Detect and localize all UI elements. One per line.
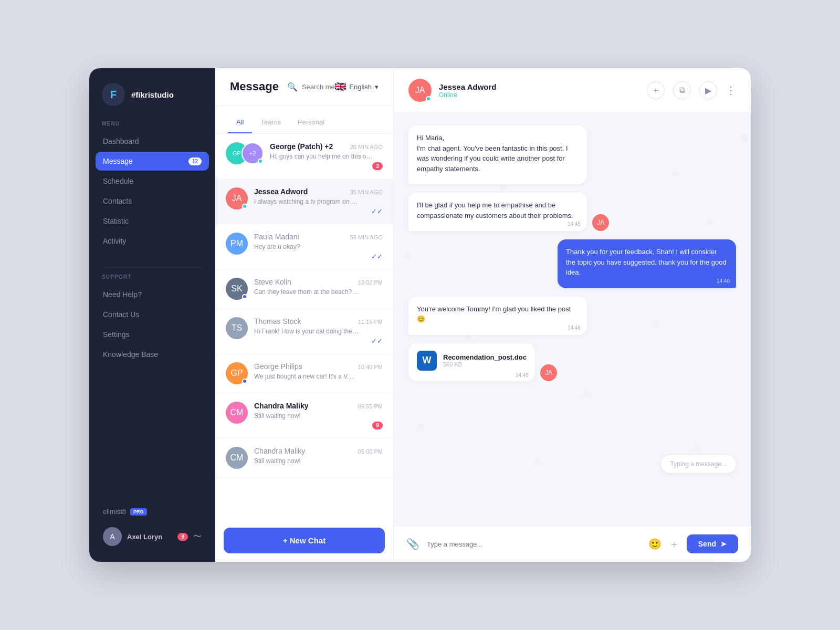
message-badge: 12	[188, 158, 202, 165]
sidebar-item-label: Settings	[103, 330, 130, 339]
avatar: CM	[226, 447, 248, 469]
file-name: Recomendation_post.doc	[443, 353, 527, 361]
conversation-item[interactable]: GP +2 George (Patch) +2 20 MIN AGO Hi, g…	[215, 134, 393, 179]
tab-personal[interactable]: Personal	[289, 112, 333, 133]
conv-time: 05:00 PM	[358, 448, 383, 455]
sidebar-item-settings[interactable]: Settings	[96, 325, 209, 344]
language-selector[interactable]: 🇬🇧 English ▾	[334, 81, 379, 92]
message-bubble: I'll be glad if you help me to empathise…	[408, 193, 587, 231]
sidebar-item-dashboard[interactable]: Dashboard	[96, 132, 209, 151]
unread-badge: 3	[372, 162, 383, 170]
conv-preview: Still waiting now!	[254, 457, 359, 465]
message-bubble: Hi Maria,I'm chat agent. You've been fan…	[408, 125, 587, 184]
message-item: W Recomendation_post.doc 560 KB 14:48 JA	[408, 343, 736, 381]
svg-marker-17	[582, 388, 590, 396]
brand: F #fikristudio	[89, 83, 215, 121]
bottom-brand: elimistö PRO	[96, 508, 209, 522]
conv-bottom: ✓✓	[254, 253, 383, 260]
message-text: I'll be glad if you help me to empathise…	[417, 201, 573, 219]
flag-icon: 🇬🇧	[334, 81, 346, 92]
sidebar-item-contact-us[interactable]: Contact Us	[96, 305, 209, 324]
conv-top: Chandra Maliky 09:55 PM	[254, 402, 383, 410]
more-options-icon[interactable]: ⋮	[726, 84, 736, 97]
menu-label: MENU	[89, 121, 215, 132]
chevron-down-icon: ▾	[375, 83, 379, 91]
conv-top: George Philips 10:40 PM	[254, 362, 383, 371]
conv-name: Chandra Maliky	[254, 402, 308, 410]
sidebar-item-activity[interactable]: Activity	[96, 232, 209, 250]
conversation-item[interactable]: PM Paula Madani 56 MIN AGO Hey are u oka…	[215, 224, 393, 269]
conversation-item[interactable]: TS Thomas Stock 11:15 PM Hi Frank! How i…	[215, 309, 393, 354]
conv-time: 20 MIN AGO	[350, 144, 383, 150]
conv-name: Jessea Adword	[254, 187, 308, 196]
conversation-item[interactable]: CM Chandra Maliky 09:55 PM Still waiting…	[215, 393, 393, 438]
avatar: PM	[226, 233, 248, 255]
search-input[interactable]	[302, 83, 334, 91]
file-size: 560 KB	[443, 361, 527, 368]
chat-header-info: Jessea Adword Online	[439, 82, 639, 99]
conversation-item[interactable]: CM Chandra Maliky 05:00 PM Still waiting…	[215, 438, 393, 478]
brand-name: #fikristudio	[131, 90, 174, 99]
conv-top: Jessea Adword 35 MIN AGO	[254, 187, 383, 196]
svg-marker-15	[534, 457, 542, 465]
send-button[interactable]: Send ➤	[687, 534, 738, 553]
sidebar-item-knowledge-base[interactable]: Knowledge Base	[96, 345, 209, 364]
sidebar-item-schedule[interactable]: Schedule	[96, 172, 209, 191]
conv-bottom: ✓✓	[254, 207, 383, 215]
top-bar: Message 🔍 🇬🇧 English ▾	[215, 68, 393, 106]
tab-all[interactable]: All	[228, 112, 252, 133]
sidebar-item-statistic[interactable]: Statistic	[96, 212, 209, 230]
chat-contact-status: Online	[439, 91, 639, 99]
avatar-wrap: JA	[226, 187, 248, 209]
attach-icon[interactable]: 📎	[406, 538, 419, 550]
conv-name: Thomas Stock	[254, 317, 301, 326]
conv-preview: Can they leave them at the beach? I just…	[254, 288, 359, 296]
conv-top: Paula Madani 56 MIN AGO	[254, 233, 383, 241]
conv-name: Paula Madani	[254, 233, 299, 241]
message-input[interactable]	[427, 540, 641, 548]
conv-top: Chandra Maliky 05:00 PM	[254, 447, 383, 455]
support-label: SUPPORT	[89, 274, 215, 285]
typing-indicator: Typing a message...	[661, 455, 736, 473]
read-check-icon: ✓✓	[371, 337, 383, 345]
user-notification-badge: 9	[177, 533, 188, 541]
add-icon[interactable]: ＋	[669, 537, 679, 551]
send-label: Send	[698, 540, 716, 548]
message-text: You're welcome Tommy! I'm glad you liked…	[417, 305, 571, 323]
svg-marker-16	[692, 443, 700, 452]
top-bar-left: Message 🔍	[230, 80, 334, 93]
sidebar-item-need-help[interactable]: Need Help?	[96, 285, 209, 304]
sidebar-item-label: Need Help?	[103, 290, 142, 299]
user-name: Axel Loryn	[127, 533, 172, 541]
chat-messages: ◁ ◁ ◁ ◁ ▷ ▷ ▷ Hi Maria,I'm chat agent. Y…	[394, 113, 751, 526]
conv-preview: Hey are u okay?	[254, 243, 359, 250]
video-action-button[interactable]: ▶	[699, 81, 717, 99]
avatar: TS	[226, 317, 248, 339]
avatar-wrap: SK	[226, 278, 248, 300]
avatar-wrap: GP	[226, 362, 248, 384]
sidebar-user[interactable]: A Axel Loryn 9 〜	[96, 522, 209, 551]
sidebar-item-message[interactable]: Message 12	[96, 152, 209, 171]
send-arrow-icon: ➤	[720, 540, 727, 548]
message-time: 14:46	[717, 277, 730, 285]
sidebar-item-contacts[interactable]: Contacts	[96, 192, 209, 211]
avatar-wrap: PM	[226, 233, 248, 255]
emoji-icon[interactable]: 🙂	[648, 538, 662, 550]
add-action-button[interactable]: ＋	[647, 81, 665, 99]
conversation-item[interactable]: JA Jessea Adword 35 MIN AGO I always wat…	[215, 179, 393, 224]
pro-badge: PRO	[130, 508, 147, 516]
video-icon: ▶	[705, 86, 711, 96]
chat-input-bar: 📎 🙂 ＋ Send ➤	[394, 526, 751, 562]
conv-name: Chandra Maliky	[254, 447, 305, 455]
panel-title: Message	[230, 80, 279, 93]
message-time: 14:46	[568, 324, 581, 332]
conversation-item[interactable]: SK Steve Kolin 13:02 PM Can they leave t…	[215, 269, 393, 309]
conv-time: 10:40 PM	[358, 364, 383, 370]
avatar-wrap: GP +2	[226, 142, 264, 164]
new-chat-button[interactable]: + New Chat	[224, 528, 385, 553]
tab-teams[interactable]: Teams	[252, 112, 289, 133]
conversation-item[interactable]: GP George Philips 10:40 PM We just bough…	[215, 354, 393, 393]
conv-top: Thomas Stock 11:15 PM	[254, 317, 383, 326]
copy-action-button[interactable]: ⧉	[673, 81, 691, 99]
conv-time: 11:15 PM	[358, 319, 383, 325]
